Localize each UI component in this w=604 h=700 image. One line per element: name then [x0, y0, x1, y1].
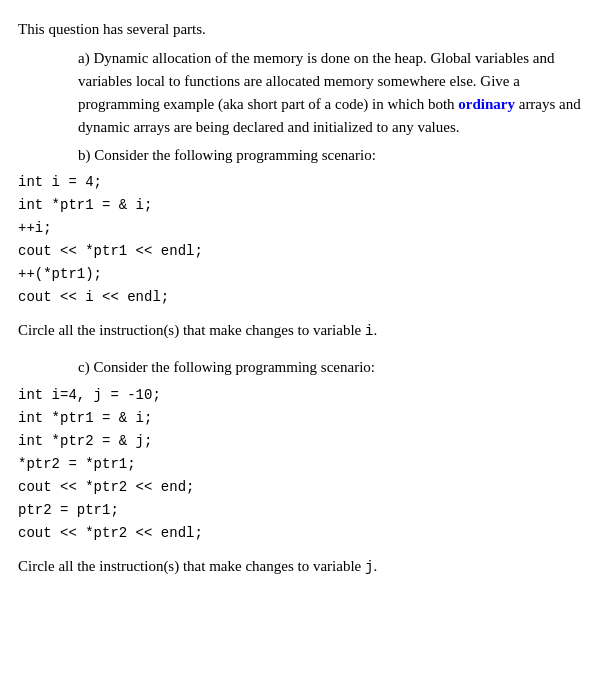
code-line-b-3: ++i;	[18, 217, 584, 240]
circle-b-after: .	[373, 322, 377, 338]
part-b-label: b) Consider the following programming sc…	[78, 144, 584, 167]
intro-text: This question has several parts.	[18, 18, 584, 41]
circle-instruction-b: Circle all the instruction(s) that make …	[18, 319, 584, 342]
code-line-c-6: ptr2 = ptr1;	[18, 499, 584, 522]
ordinary-word: ordinary	[458, 96, 515, 112]
circle-b-before: Circle all the instruction(s) that make …	[18, 322, 361, 338]
code-line-b-6: cout << i << endl;	[18, 286, 584, 309]
part-a-text: a) Dynamic allocation of the memory is d…	[78, 47, 584, 140]
circle-c-after: .	[373, 558, 377, 574]
part-c-label: c) Consider the following programming sc…	[78, 356, 584, 379]
circle-instruction-c: Circle all the instruction(s) that make …	[18, 555, 584, 578]
code-line-c-4: *ptr2 = *ptr1;	[18, 453, 584, 476]
code-line-c-3: int *ptr2 = & j;	[18, 430, 584, 453]
code-block-b: int i = 4; int *ptr1 = & i; ++i; cout <<…	[18, 171, 584, 310]
code-line-c-1: int i=4, j = -10;	[18, 384, 584, 407]
code-line-c-5: cout << *ptr2 << end;	[18, 476, 584, 499]
circle-c-before: Circle all the instruction(s) that make …	[18, 558, 361, 574]
code-block-c: int i=4, j = -10; int *ptr1 = & i; int *…	[18, 384, 584, 546]
code-line-c-7: cout << *ptr2 << endl;	[18, 522, 584, 545]
code-line-b-1: int i = 4;	[18, 171, 584, 194]
code-line-b-2: int *ptr1 = & i;	[18, 194, 584, 217]
code-line-b-5: ++(*ptr1);	[18, 263, 584, 286]
code-line-c-2: int *ptr1 = & i;	[18, 407, 584, 430]
code-line-b-4: cout << *ptr1 << endl;	[18, 240, 584, 263]
